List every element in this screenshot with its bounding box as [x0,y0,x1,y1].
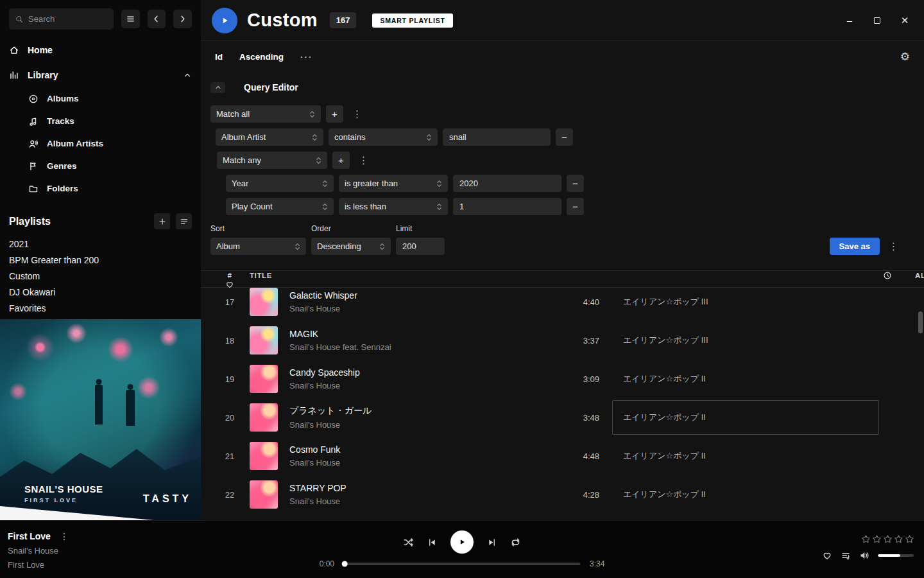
playlist-item-favorites[interactable]: Favorites [0,300,201,316]
rule-field-select[interactable]: Year [226,175,334,192]
playlist-item-bpm[interactable]: BPM Greater than 200 [0,252,201,268]
star-icon[interactable] [860,534,871,544]
search-box[interactable] [9,8,114,30]
sidebar-item-tracks[interactable]: Tracks [28,110,192,132]
table-row[interactable]: 22 STARRY POP Snail's House 4:28 エイリアン☆ポ… [201,475,924,514]
more-options-button[interactable]: ··· [300,52,313,62]
play-pause-button[interactable] [450,530,474,554]
now-playing-artist[interactable]: Snail's House [8,546,69,556]
minimize-button[interactable]: – [844,15,855,26]
sidebar-item-home[interactable]: Home [9,37,192,62]
rule-field-select[interactable]: Play Count [226,198,334,215]
match-type-select[interactable]: Match all [210,105,321,123]
scrollbar-thumb[interactable] [918,311,923,333]
play-playlist-button[interactable] [212,8,237,33]
star-icon[interactable] [871,534,882,544]
now-playing-album[interactable]: First Love [8,560,69,570]
track-album-cell[interactable]: エイリアン☆ポップ II [612,439,879,473]
manage-playlists-button[interactable] [176,213,192,229]
close-button[interactable]: ✕ [900,15,910,26]
now-playing-menu-button[interactable]: ⋮ [60,531,69,541]
group-menu-button[interactable]: ⋮ [348,105,366,123]
playlist-item-dj-okawari[interactable]: DJ Okawari [0,284,201,300]
seek-handle[interactable] [342,561,348,567]
save-as-button[interactable]: Save as [830,238,880,255]
sidebar-item-album-artists[interactable]: Album Artists [28,132,192,155]
track-album-cell[interactable]: エイリアン☆ポップ II [612,362,879,396]
limit-input[interactable] [396,238,445,255]
track-artist[interactable]: Snail's House feat. Sennzai [289,342,551,352]
gear-icon[interactable]: ⚙ [900,50,910,64]
sort-select[interactable]: Album [210,238,306,255]
star-icon[interactable] [893,534,903,544]
table-row[interactable]: 19 Candy Spaceship Snail's House 3:09 エイ… [201,360,924,398]
track-album-cell[interactable]: エイリアン☆ポップ II [612,400,879,435]
star-icon[interactable] [882,534,893,544]
next-button[interactable] [487,538,497,547]
track-artist[interactable]: Snail's House [289,304,551,313]
track-album-cell[interactable]: エイリアン☆ポップ III [612,323,879,358]
add-rule-button[interactable]: + [326,105,343,123]
sidebar-item-library[interactable]: Library [9,62,192,87]
track-album-cell[interactable]: エイリアン☆ポップ II [612,477,879,512]
forward-button[interactable] [173,10,192,28]
table-row[interactable]: 20 プラネット・ガール Snail's House 3:48 エイリアン☆ポッ… [201,398,924,437]
rule-value-input[interactable] [443,128,551,146]
rule-value-input[interactable] [453,175,561,192]
rule-operator-select[interactable]: contains [329,128,438,146]
rule-value-input[interactable] [453,198,561,215]
track-thumbnail [250,365,278,393]
now-playing-artwork[interactable]: SNAIL'S HOUSE FIRST LOVE TASTY [0,319,201,520]
remove-rule-button[interactable]: − [567,198,584,215]
order-value: Descending [317,241,374,251]
rule-operator-select[interactable]: is less than [339,198,448,215]
add-rule-button[interactable]: + [332,152,350,169]
playlist-item-custom[interactable]: Custom [0,268,201,284]
queue-button[interactable] [841,550,851,561]
remove-rule-button[interactable]: − [567,175,584,192]
menu-button[interactable] [121,10,140,28]
previous-button[interactable] [427,538,437,547]
sidebar-item-folders[interactable]: Folders [28,177,192,200]
column-album[interactable]: ALBUM [892,272,920,279]
maximize-button[interactable] [872,15,882,26]
sort-order-button[interactable]: Ascending [239,52,284,62]
column-duration[interactable] [883,271,892,280]
favorite-button[interactable] [822,550,832,561]
rule-operator-select[interactable]: is greater than [339,175,448,192]
track-album-cell[interactable]: エイリアン☆ポップ III [612,288,879,319]
volume-button[interactable] [859,550,869,561]
seek-slider[interactable] [343,563,581,565]
column-favorite[interactable] [225,280,234,289]
column-title[interactable]: TITLE [250,272,551,279]
playlist-item-2021[interactable]: 2021 [0,236,201,252]
table-row[interactable]: 17 Galactic Whisper Snail's House 4:40 エ… [201,288,924,321]
volume-slider[interactable] [878,554,914,557]
track-artist[interactable]: Snail's House [289,381,551,390]
sort-field-button[interactable]: Id [215,52,223,62]
repeat-button[interactable] [510,537,521,548]
search-input[interactable] [28,14,107,24]
rule-field-select[interactable]: Album Artist [216,128,323,146]
remove-rule-button[interactable]: − [556,128,573,146]
chevron-up-icon[interactable] [183,71,192,80]
collapse-query-editor-button[interactable] [210,82,225,93]
table-row[interactable]: 21 Cosmo Funk Snail's House 4:48 エイリアン☆ポ… [201,437,924,475]
back-button[interactable] [148,10,166,28]
match-type-select[interactable]: Match any [217,152,327,169]
track-artist[interactable]: Snail's House [289,458,551,468]
star-icon[interactable] [904,534,914,544]
group-menu-button[interactable]: ⋮ [355,152,372,169]
column-index[interactable]: # [210,272,250,279]
table-row[interactable]: 18 MAGIK Snail's House feat. Sennzai 3:3… [201,321,924,360]
order-select[interactable]: Descending [311,238,391,255]
sidebar-item-genres[interactable]: Genres [28,155,192,177]
now-playing-title[interactable]: First Love [8,531,51,541]
track-artist[interactable]: Snail's House [289,496,551,506]
shuffle-button[interactable] [403,537,414,548]
add-playlist-button[interactable] [154,213,170,229]
sidebar-item-albums[interactable]: Albums [28,87,192,110]
track-album: エイリアン☆ポップ III [623,296,708,308]
query-menu-button[interactable]: ⋮ [885,238,902,255]
track-artist[interactable]: Snail's House [289,420,551,430]
